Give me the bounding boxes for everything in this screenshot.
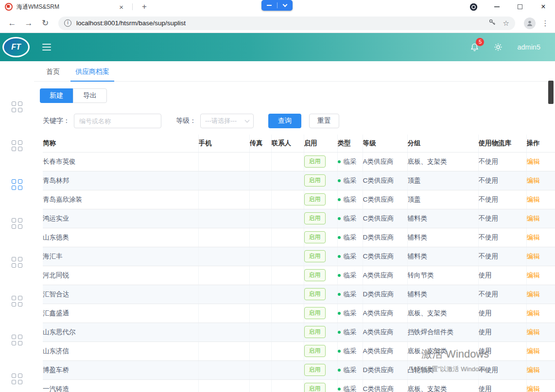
tab-divider (132, 3, 133, 10)
fax-cell (249, 360, 271, 379)
edit-link[interactable]: 编辑 (527, 158, 540, 165)
enable-badge[interactable]: 启用 (304, 326, 326, 338)
edit-link[interactable]: 编辑 (527, 234, 540, 241)
grid-menu-icon[interactable] (12, 335, 22, 345)
grid-menu-icon[interactable] (12, 374, 22, 384)
table-row: 汇鑫盛通启用临采A类供应商底板、支架类使用编辑 (43, 304, 555, 323)
contact-cell (271, 247, 304, 266)
logistics-cell: 不使用 (478, 152, 526, 171)
menu-toggle-icon[interactable] (42, 44, 51, 51)
edit-link[interactable]: 编辑 (527, 309, 540, 317)
level-cell: A类供应商 (363, 266, 407, 285)
enable-badge[interactable]: 启用 (304, 345, 326, 357)
tab-home[interactable]: 首页 (46, 61, 60, 82)
window-close-button[interactable]: × (532, 0, 555, 14)
logistics-cell: 不使用 (478, 228, 526, 247)
browser-tab[interactable]: 海通WMS&SRM × (0, 0, 130, 14)
action-cell: 编辑 (526, 304, 555, 323)
fax-cell (249, 209, 271, 228)
enable-badge[interactable]: 启用 (304, 174, 326, 187)
edit-link[interactable]: 编辑 (527, 328, 540, 336)
chevron-down-icon (282, 2, 287, 7)
address-bar[interactable]: i localhost:8001/htsrm/base/sup/suplist … (58, 17, 515, 30)
settings-button[interactable] (494, 43, 503, 51)
notifications-button[interactable]: 5 (470, 43, 479, 52)
edit-link[interactable]: 编辑 (527, 196, 540, 203)
table-row: 河北同锐启用临采A类供应商转向节类使用编辑 (43, 266, 555, 285)
edit-link[interactable]: 编辑 (527, 215, 540, 222)
keyword-input[interactable] (74, 114, 161, 128)
back-button[interactable]: ← (4, 18, 20, 28)
filter-bar: 关键字： 等级： ---请选择--- 查询 重置 (43, 114, 555, 128)
logistics-cell: 不使用 (478, 190, 526, 209)
enable-badge[interactable]: 启用 (304, 155, 326, 168)
widget-minimize-button[interactable] (261, 0, 277, 11)
contact-cell (271, 360, 304, 379)
sidebar (0, 61, 34, 392)
key-icon[interactable] (488, 18, 496, 28)
new-tab-button[interactable]: + (138, 0, 151, 13)
contact-cell (271, 323, 304, 341)
forward-button[interactable]: → (20, 18, 37, 28)
enable-badge[interactable]: 启用 (304, 364, 326, 376)
table-row: 山东德奥启用临采D类供应商辅料类不使用编辑 (43, 228, 555, 247)
enable-badge[interactable]: 启用 (304, 231, 326, 243)
logistics-cell: 使用 (478, 323, 526, 341)
enable-badge[interactable]: 启用 (304, 383, 326, 392)
contact-cell (271, 190, 304, 209)
grid-menu-icon[interactable] (12, 179, 22, 190)
enable-badge[interactable]: 启用 (304, 193, 326, 205)
reset-button[interactable]: 重置 (309, 114, 339, 128)
grid-menu-icon[interactable] (12, 257, 22, 268)
browser-menu-icon[interactable]: ⋮ (539, 19, 551, 28)
screen: 海通WMS&SRM × + × ← → ↻ i localhost:8001/h… (0, 0, 555, 392)
table-header-row: 简称手机传真联系人启用类型等级分组使用物流库操作 (43, 135, 555, 152)
status-dot-icon (338, 388, 341, 391)
reload-button[interactable]: ↻ (37, 18, 53, 28)
site-info-icon[interactable]: i (64, 19, 71, 27)
widget-expand-button[interactable] (278, 0, 293, 11)
enable-badge[interactable]: 启用 (304, 250, 326, 262)
scrollbar-thumb[interactable] (548, 81, 554, 104)
enable-badge[interactable]: 启用 (304, 269, 326, 281)
table-row: 博盈车桥启用临采D类供应商凸轮轴类不使用编辑 (43, 360, 555, 379)
export-button[interactable]: 导出 (73, 88, 107, 103)
edit-link[interactable]: 编辑 (527, 253, 540, 260)
edit-link[interactable]: 编辑 (527, 290, 540, 298)
table-row: 鸿运实业启用临采C类供应商辅料类不使用编辑 (43, 209, 555, 228)
grid-menu-icon[interactable] (12, 140, 22, 151)
grid-menu-icon[interactable] (12, 296, 22, 307)
status-circle-icon[interactable] (462, 0, 485, 14)
url-text[interactable]: localhost:8001/htsrm/base/sup/suplist (76, 19, 488, 27)
contact-cell (271, 341, 304, 360)
window-maximize-button[interactable] (508, 0, 532, 14)
edit-link[interactable]: 编辑 (527, 177, 540, 184)
enable-badge[interactable]: 启用 (304, 288, 326, 300)
notification-badge: 5 (476, 38, 484, 46)
edit-link[interactable]: 编辑 (527, 385, 540, 392)
new-button[interactable]: 新建 (40, 88, 73, 103)
mobile-cell (198, 266, 249, 285)
action-cell: 编辑 (526, 285, 555, 304)
tab-close-icon[interactable]: × (117, 2, 125, 12)
mobile-cell (198, 209, 249, 228)
edit-link[interactable]: 编辑 (527, 347, 540, 355)
mobile-cell (198, 285, 249, 304)
bookmark-star-icon[interactable]: ☆ (503, 19, 509, 28)
query-button[interactable]: 查询 (268, 114, 301, 128)
enable-cell: 启用 (304, 379, 337, 392)
mobile-cell (198, 247, 249, 266)
username[interactable]: admin5 (517, 43, 540, 51)
profile-avatar[interactable] (524, 17, 536, 29)
column-header-contact: 联系人 (271, 135, 304, 152)
grid-menu-icon[interactable] (12, 218, 22, 229)
level-select[interactable]: ---请选择--- (200, 114, 254, 128)
window-minimize-button[interactable] (485, 0, 508, 14)
edit-link[interactable]: 编辑 (527, 272, 540, 279)
edit-link[interactable]: 编辑 (527, 366, 540, 374)
enable-badge[interactable]: 启用 (304, 307, 326, 319)
grid-menu-icon[interactable] (12, 102, 22, 112)
enable-badge[interactable]: 启用 (304, 212, 326, 224)
table-body: 长春市英俊启用临采A类供应商底板、支架类不使用编辑青岛林邦启用临采C类供应商顶盖… (43, 152, 555, 392)
tab-supplier-archive[interactable]: 供应商档案 (75, 61, 109, 82)
